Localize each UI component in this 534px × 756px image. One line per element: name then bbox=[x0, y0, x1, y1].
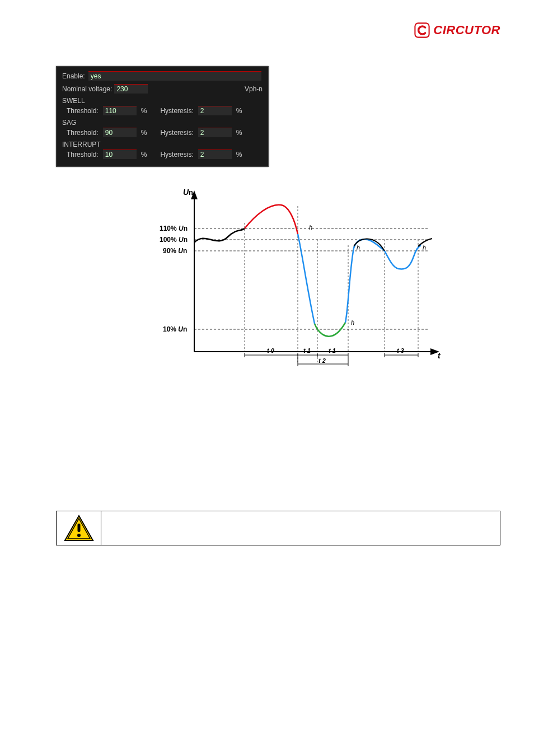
list-item: Interruption threshold bbox=[285, 137, 376, 145]
page-footer: User manual Page 53 of 304 bbox=[56, 568, 500, 575]
svg-text:90% Un: 90% Un bbox=[163, 247, 187, 255]
sag-threshold-field[interactable]: 90 bbox=[103, 128, 137, 137]
graph-caption: Graph 1 Example of a voltage event bbox=[56, 380, 500, 388]
svg-text:t 3: t 3 bbox=[397, 347, 404, 354]
device-screenshot: Enable: yes Nominal voltage: 230 Vph-n S… bbox=[56, 66, 269, 167]
pct: % bbox=[236, 107, 242, 115]
threshold-label: Threshold: bbox=[67, 129, 99, 137]
header: CIRCUTOR bbox=[56, 22, 500, 38]
svg-text:h: h bbox=[357, 244, 360, 251]
list-item: Swell threshold bbox=[285, 90, 376, 98]
interrupt-threshold-field[interactable]: 10 bbox=[103, 150, 137, 159]
svg-text:h: h bbox=[309, 224, 312, 231]
enable-field[interactable]: yes bbox=[88, 71, 261, 81]
config-bullet-list: Enable events recording Nominal voltage … bbox=[285, 66, 376, 167]
brand-logo: CIRCUTOR bbox=[414, 22, 500, 38]
svg-text:110% Un: 110% Un bbox=[160, 225, 188, 232]
paragraph-hysteresis: All of the values are configured as perc… bbox=[56, 399, 500, 440]
voltage-event-graph: Un t 110% Un 100% Un 90% Un 10% Un h bbox=[101, 184, 500, 374]
nominal-voltage-field[interactable]: 230 bbox=[114, 84, 148, 94]
nominal-unit: Vph-n bbox=[245, 85, 263, 93]
footer-right: Page 53 of 304 bbox=[458, 568, 500, 575]
pct: % bbox=[236, 129, 242, 137]
threshold-label: Threshold: bbox=[67, 107, 99, 115]
hysteresis-label: Hysteresis: bbox=[160, 151, 193, 158]
paragraph-enable: On this screen, the user can either enab… bbox=[56, 493, 500, 503]
swell-section-label: SWELL bbox=[62, 97, 263, 105]
svg-text:100% Un: 100% Un bbox=[160, 236, 188, 244]
warning-icon bbox=[64, 515, 94, 542]
interrupt-hysteresis-field[interactable]: 2 bbox=[198, 150, 232, 159]
section-title-enable: Enabling event detection bbox=[56, 479, 500, 487]
swell-hysteresis-field[interactable]: 2 bbox=[198, 106, 232, 115]
brand-logo-icon bbox=[414, 22, 430, 38]
pct: % bbox=[141, 151, 147, 158]
svg-text:t 1: t 1 bbox=[303, 347, 311, 354]
graph-svg: Un t 110% Un 100% Un 90% Un 10% Un h bbox=[155, 184, 446, 374]
svg-text:h: h bbox=[351, 319, 354, 326]
sag-section-label: SAG bbox=[62, 119, 263, 127]
list-item: Dip threshold bbox=[285, 113, 376, 122]
list-item: Enable events recording bbox=[285, 66, 376, 74]
footer-left: User manual bbox=[56, 568, 91, 575]
pct: % bbox=[141, 129, 147, 137]
svg-text:10% Un: 10% Un bbox=[163, 325, 187, 333]
warning-notice: If event recording is not enabled, the C… bbox=[56, 511, 500, 545]
svg-rect-0 bbox=[415, 23, 429, 37]
enable-label: Enable: bbox=[62, 72, 85, 80]
svg-rect-44 bbox=[77, 524, 80, 532]
list-item: Dip hysteresis bbox=[285, 125, 376, 133]
list-item: Nominal voltage bbox=[285, 78, 376, 86]
list-item: Interruption hysteresis bbox=[285, 148, 376, 157]
list-item: Swell hysteresis bbox=[285, 101, 376, 110]
nominal-label: Nominal voltage: bbox=[62, 85, 112, 93]
interrupt-section-label: INTERRUPT bbox=[62, 141, 263, 148]
warning-icon-cell bbox=[57, 511, 101, 545]
svg-text:h: h bbox=[423, 244, 426, 251]
svg-text:t 2: t 2 bbox=[318, 357, 326, 364]
swell-threshold-field[interactable]: 110 bbox=[103, 106, 137, 115]
svg-text:t: t bbox=[438, 351, 441, 360]
pct: % bbox=[141, 107, 147, 115]
svg-point-45 bbox=[77, 534, 81, 537]
warning-text: If event recording is not enabled, the C… bbox=[101, 511, 500, 545]
hysteresis-label: Hysteresis: bbox=[160, 129, 193, 137]
hysteresis-label: Hysteresis: bbox=[160, 107, 193, 115]
paragraph-recording: During voltage event, the CVM-A1500 reco… bbox=[56, 447, 500, 468]
svg-text:t 0: t 0 bbox=[267, 347, 275, 354]
sag-hysteresis-field[interactable]: 2 bbox=[198, 128, 232, 137]
svg-text:n: n bbox=[189, 188, 193, 197]
svg-text:t 1: t 1 bbox=[329, 347, 336, 354]
pct: % bbox=[236, 151, 242, 158]
threshold-label: Threshold: bbox=[67, 151, 99, 158]
brand-name: CIRCUTOR bbox=[433, 23, 500, 38]
